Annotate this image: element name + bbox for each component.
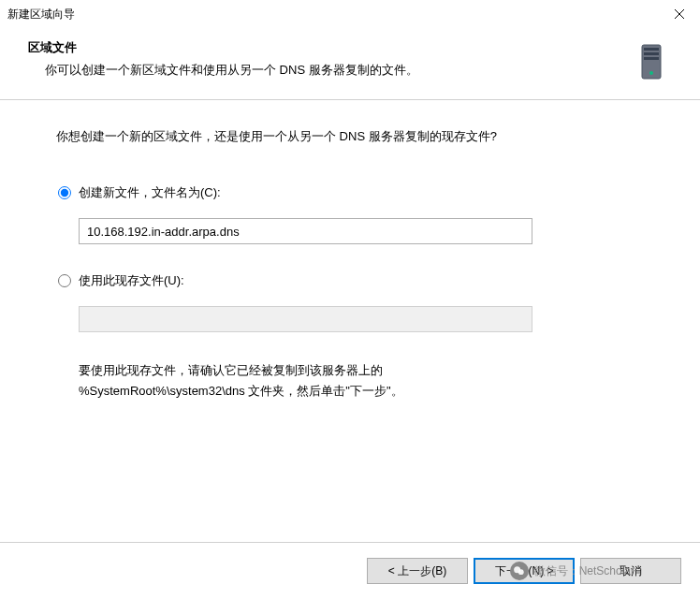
svg-rect-5 xyxy=(644,57,659,60)
radio-use-existing[interactable] xyxy=(58,274,71,287)
question-label: 你想创建一个新的区域文件，还是使用一个从另一个 DNS 服务器复制的现存文件? xyxy=(56,128,644,145)
svg-point-6 xyxy=(649,71,653,75)
existing-filename-input xyxy=(79,306,532,332)
button-bar: < 上一步(B) 下一步(N) > 取消 xyxy=(0,542,700,599)
window-title: 新建区域向导 xyxy=(7,7,75,22)
close-button[interactable] xyxy=(658,0,700,28)
wizard-content: 你想创建一个新的区域文件，还是使用一个从另一个 DNS 服务器复制的现存文件? … xyxy=(0,100,700,420)
radio-create-new[interactable] xyxy=(58,186,71,199)
svg-rect-3 xyxy=(644,48,659,51)
radio-use-existing-label[interactable]: 使用此现存文件(U): xyxy=(79,272,184,289)
wizard-header: 区域文件 你可以创建一个新区域文件和使用从另一个 DNS 服务器复制的文件。 xyxy=(0,28,700,99)
note-line1: 要使用此现存文件，请确认它已经被复制到该服务器上的 xyxy=(79,360,644,381)
cancel-button[interactable]: 取消 xyxy=(580,558,681,584)
radio-create-new-label[interactable]: 创建新文件，文件名为(C): xyxy=(79,184,221,201)
page-subtitle: 你可以创建一个新区域文件和使用从另一个 DNS 服务器复制的文件。 xyxy=(28,62,629,79)
close-icon xyxy=(675,9,684,19)
titlebar: 新建区域向导 xyxy=(0,0,700,28)
back-button[interactable]: < 上一步(B) xyxy=(367,558,468,584)
server-icon xyxy=(629,39,674,84)
next-button[interactable]: 下一步(N) > xyxy=(474,558,575,584)
note-line2: %SystemRoot%\system32\dns 文件夹，然后单击"下一步"。 xyxy=(79,381,644,402)
radio-group: 创建新文件，文件名为(C): 使用此现存文件(U): 要使用此现存文件，请确认它… xyxy=(58,184,644,402)
filename-input[interactable] xyxy=(79,218,532,244)
svg-rect-4 xyxy=(644,52,659,55)
page-title: 区域文件 xyxy=(28,39,629,56)
note-text: 要使用此现存文件，请确认它已经被复制到该服务器上的 %SystemRoot%\s… xyxy=(79,360,644,402)
